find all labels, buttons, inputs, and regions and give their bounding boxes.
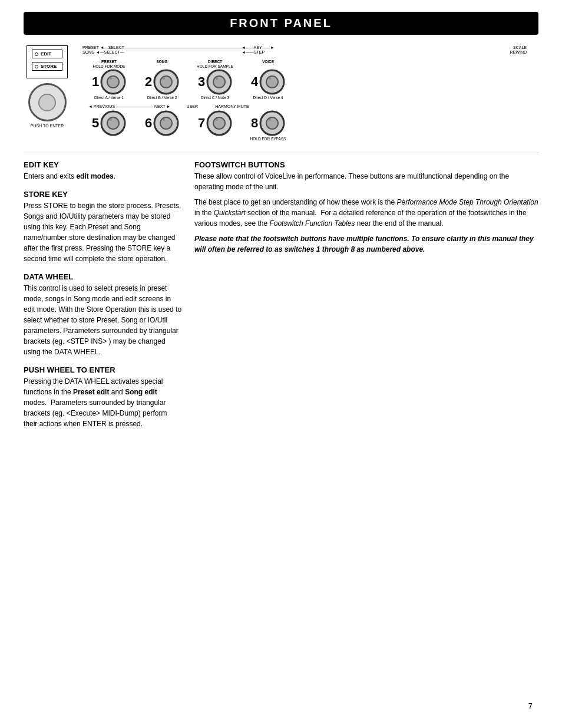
svg-point-11 bbox=[269, 77, 271, 80]
fsw8-number: 8 bbox=[251, 117, 258, 130]
left-column: EDIT KEY Enters and exits edit modes. ST… bbox=[24, 160, 183, 434]
svg-point-23 bbox=[269, 118, 271, 121]
footswitch-heading: FOOTSWITCH BUTTONS bbox=[194, 160, 538, 169]
footswitch-5[interactable]: 5 bbox=[82, 110, 135, 136]
fsw4-number: 4 bbox=[251, 75, 258, 88]
fsw4-top-label: VOICE bbox=[262, 60, 274, 64]
footswitch-7[interactable]: 7 bbox=[189, 110, 242, 136]
fsw4-bottom-label: Direct D / Verse 4 bbox=[253, 95, 283, 100]
store-key-body: Press STORE to begin the store process. … bbox=[24, 200, 183, 264]
svg-point-17 bbox=[163, 118, 165, 121]
svg-point-14 bbox=[110, 118, 112, 121]
fsw1-bottom-label: Direct A / Verse 1 bbox=[94, 95, 124, 100]
fsw5-number: 5 bbox=[92, 117, 99, 130]
store-key-heading: STORE KEY bbox=[24, 190, 183, 199]
fsw8-hold-label: HOLD FOR BYPASS bbox=[250, 137, 286, 141]
footswitch-8[interactable]: 8 HOLD FOR BYPASS bbox=[242, 110, 295, 141]
fsw3-hold-label: HOLD FOR SAMPLE bbox=[197, 64, 233, 68]
svg-point-16 bbox=[160, 117, 172, 129]
fsw2-number: 2 bbox=[145, 75, 152, 88]
footswitch-row-2: 5 6 bbox=[82, 110, 538, 141]
svg-point-7 bbox=[213, 76, 225, 88]
fsw2-icon bbox=[153, 69, 179, 95]
fsw1-number: 1 bbox=[92, 75, 99, 88]
row2-line-label: ◄ PREVIOUS ————————— NEXT ► USER HARMONY… bbox=[88, 104, 538, 108]
fsw3-bottom-label: Direct C / Note 3 bbox=[201, 95, 229, 100]
edit-led bbox=[35, 52, 38, 56]
data-wheel-body: This control is used to select presets i… bbox=[24, 283, 183, 357]
footswitch-para2: The best place to get an understanding o… bbox=[194, 197, 538, 229]
left-panel: EDIT STORE PUSH TO ENTER bbox=[24, 45, 71, 128]
footswitch-6[interactable]: 6 bbox=[135, 110, 189, 136]
fsw8-icon bbox=[259, 110, 285, 136]
svg-point-4 bbox=[160, 76, 172, 88]
edit-key-body: Enters and exits edit modes. bbox=[24, 171, 183, 182]
footswitch-1[interactable]: PRESET HOLD FOR MODE 1 Direct A / Verse … bbox=[82, 60, 135, 100]
fsw1-hold-label: HOLD FOR MODE bbox=[93, 64, 125, 68]
svg-point-1 bbox=[107, 76, 119, 88]
svg-point-8 bbox=[216, 77, 218, 80]
line-label-scale: SCALE bbox=[513, 45, 527, 50]
fsw4-icon bbox=[259, 69, 285, 95]
store-label: STORE bbox=[41, 64, 57, 69]
line-label-step: ◄——STEP bbox=[242, 50, 265, 54]
fsw6-number: 6 bbox=[145, 117, 152, 130]
svg-point-19 bbox=[213, 117, 225, 129]
fsw7-number: 7 bbox=[198, 117, 205, 130]
row2-area: ◄ PREVIOUS ————————— NEXT ► USER HARMONY… bbox=[82, 104, 538, 141]
fsw3-top-label: DIRECT bbox=[208, 60, 222, 64]
footswitch-intro: These allow control of VoiceLive in perf… bbox=[194, 171, 538, 192]
page-title: FRONT PANEL bbox=[24, 12, 538, 35]
fsw2-bottom-label: Direct B / Verse 2 bbox=[147, 95, 177, 100]
fsw2-top-label: SONG bbox=[156, 60, 167, 64]
push-wheel-heading: PUSH WHEEL TO ENTER bbox=[24, 365, 183, 374]
fsw3-number: 3 bbox=[198, 75, 205, 88]
line-label-key: ◄——KEY——► bbox=[242, 45, 275, 50]
edit-button[interactable]: EDIT bbox=[32, 50, 62, 58]
footswitch-note: Please note that the footswitch buttons … bbox=[194, 233, 538, 255]
line-label-rewind: REWIND bbox=[510, 50, 527, 54]
svg-point-22 bbox=[266, 117, 278, 129]
data-wheel[interactable] bbox=[28, 83, 67, 121]
main-content: EDIT KEY Enters and exits edit modes. ST… bbox=[24, 160, 538, 434]
fsw5-icon bbox=[100, 110, 126, 136]
footswitch-3[interactable]: DIRECT HOLD FOR SAMPLE 3 Direct C / Note… bbox=[189, 60, 242, 100]
line-label-preset-select: PRESET ◄—SELECT—————————————————————————… bbox=[82, 45, 248, 50]
svg-point-20 bbox=[216, 118, 218, 121]
data-wheel-inner bbox=[38, 94, 56, 111]
store-button[interactable]: STORE bbox=[32, 62, 62, 71]
edit-label: EDIT bbox=[41, 51, 51, 57]
data-wheel-heading: DATA WHEEL bbox=[24, 272, 183, 281]
footswitch-diagram: PRESET ◄—SELECT—————————————————————————… bbox=[82, 45, 538, 141]
footswitch-row-1: PRESET HOLD FOR MODE 1 Direct A / Verse … bbox=[82, 60, 538, 100]
edit-key-heading: EDIT KEY bbox=[24, 160, 183, 169]
push-to-enter-label: PUSH TO ENTER bbox=[31, 124, 64, 128]
right-column: FOOTSWITCH BUTTONS These allow control o… bbox=[194, 160, 538, 434]
page-number: 7 bbox=[528, 701, 533, 710]
svg-point-10 bbox=[266, 76, 278, 88]
fsw1-icon bbox=[100, 69, 126, 95]
fsw3-icon bbox=[206, 69, 232, 95]
diagram-area: EDIT STORE PUSH TO ENTER PRESET ◄—SELECT… bbox=[24, 45, 538, 141]
fsw1-top-label: PRESET bbox=[101, 60, 117, 64]
svg-point-2 bbox=[110, 77, 112, 80]
fsw7-icon bbox=[206, 110, 232, 136]
fsw6-icon bbox=[153, 110, 179, 136]
line-label-song-select: SONG ◄—SELECT— bbox=[82, 50, 124, 54]
footswitch-2[interactable]: SONG - 2 Direct B / Verse 2 bbox=[135, 60, 189, 100]
svg-point-13 bbox=[107, 117, 119, 129]
store-led bbox=[35, 65, 38, 68]
svg-point-5 bbox=[163, 77, 165, 80]
footswitch-4[interactable]: VOICE - 4 Direct D / Verse 4 bbox=[242, 60, 295, 100]
panel-box: EDIT STORE bbox=[27, 45, 68, 78]
push-wheel-body: Pressing the DATA WHEEL activates specia… bbox=[24, 376, 183, 429]
